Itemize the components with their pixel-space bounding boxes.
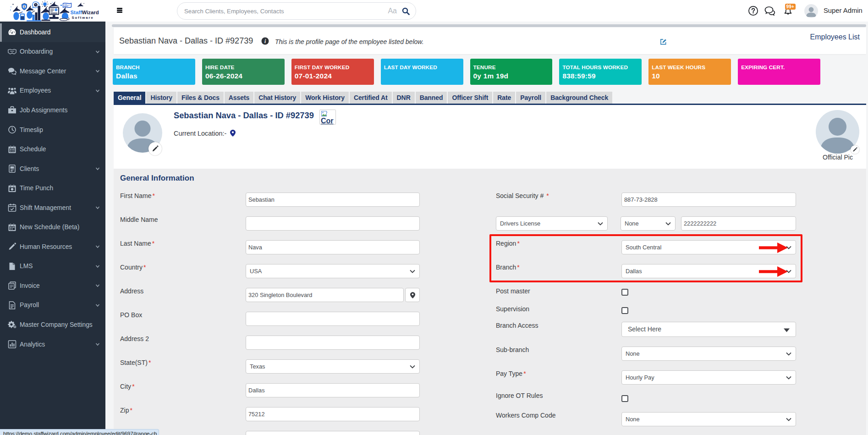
svg-text:Software: Software bbox=[72, 16, 94, 20]
svg-text:Wizard: Wizard bbox=[82, 10, 99, 15]
svg-text:Staff: Staff bbox=[71, 10, 82, 15]
